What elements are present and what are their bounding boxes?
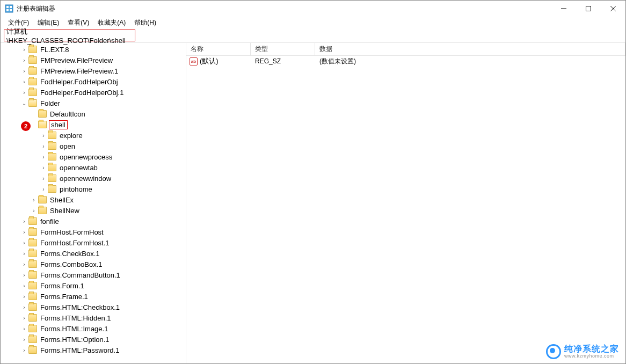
- chevron-right-icon[interactable]: ›: [39, 165, 48, 171]
- tree-item-label: ShellNew: [49, 207, 81, 215]
- chevron-right-icon[interactable]: ›: [20, 315, 28, 321]
- tree-item[interactable]: ›ShellEx: [1, 194, 186, 205]
- chevron-right-icon[interactable]: ›: [39, 176, 48, 181]
- folder-icon: [28, 250, 37, 257]
- tree-item[interactable]: ›Forms.CommandButton.1: [1, 270, 186, 280]
- chevron-right-icon[interactable]: ›: [20, 294, 28, 300]
- folder-icon: [28, 56, 37, 64]
- maximize-button[interactable]: [576, 1, 601, 17]
- tree-item[interactable]: ›Forms.HTML:Image.1: [1, 323, 186, 334]
- tree-item-label: opennewprocess: [59, 153, 113, 161]
- tree-item-label: Forms.HTML:Hidden.1: [39, 314, 112, 322]
- folder-icon: [38, 207, 47, 214]
- chevron-right-icon[interactable]: ›: [20, 304, 28, 310]
- tree-item-label: opennewtab: [59, 164, 99, 172]
- tree-item-label: DefaultIcon: [49, 110, 86, 118]
- chevron-right-icon[interactable]: ›: [20, 326, 28, 332]
- chevron-right-icon[interactable]: ›: [20, 90, 28, 96]
- tree-item[interactable]: ›FodHelper.FodHelperObj.1: [1, 87, 186, 98]
- chevron-right-icon[interactable]: ›: [20, 261, 28, 267]
- tree-item[interactable]: ›Forms.ComboBox.1: [1, 259, 186, 270]
- tree-item-label: open: [59, 142, 76, 150]
- chevron-right-icon[interactable]: ›: [20, 240, 28, 246]
- folder-icon: [38, 196, 47, 203]
- value-name: (默认): [200, 56, 219, 66]
- list-row[interactable]: ab(默认)REG_SZ(数值未设置): [186, 56, 625, 67]
- tree-item[interactable]: DefaultIcon: [1, 108, 186, 119]
- tree-item[interactable]: ›Forms.Frame.1: [1, 291, 186, 302]
- tree-item[interactable]: ›FormHost.FormHost.1: [1, 237, 186, 248]
- tree-item[interactable]: ›opennewtab: [1, 162, 186, 173]
- address-bar[interactable]: 计算机\HKEY_CLASSES_ROOT\Folder\shell: [4, 30, 135, 41]
- value-data: (数值未设置): [315, 57, 625, 66]
- chevron-right-icon[interactable]: ›: [39, 133, 48, 139]
- tree-item-label: Forms.HTML:Checkbox.1: [39, 303, 121, 311]
- annotation-badge-2: 2: [21, 121, 31, 131]
- tree-item[interactable]: ›explore: [1, 130, 186, 141]
- svg-rect-6: [586, 6, 591, 11]
- tree-item[interactable]: ›Forms.Form.1: [1, 280, 186, 291]
- chevron-right-icon[interactable]: ›: [20, 272, 28, 278]
- chevron-down-icon[interactable]: ⌄: [20, 100, 28, 106]
- chevron-right-icon[interactable]: ›: [20, 337, 28, 343]
- folder-icon: [28, 228, 37, 236]
- chevron-right-icon[interactable]: ›: [20, 229, 28, 235]
- close-button[interactable]: [601, 1, 625, 17]
- tree-item-label: Folder: [39, 99, 61, 107]
- watermark: 纯净系统之家 www.kzmyhome.com: [546, 344, 619, 359]
- tree-item[interactable]: ›Forms.HTML:Hidden.1: [1, 312, 186, 323]
- col-header-data[interactable]: 数据: [315, 43, 625, 55]
- tree-item[interactable]: ›FMPreview.FilePreview.1: [1, 65, 186, 76]
- tree-item-label: FormHost.FormHost.1: [39, 239, 111, 247]
- tree-item-label: Forms.Frame.1: [39, 293, 89, 301]
- chevron-right-icon[interactable]: ›: [20, 251, 28, 257]
- tree-item[interactable]: ›opennewprocess: [1, 151, 186, 162]
- tree-item-label: FL.EXT.8: [39, 46, 70, 54]
- tree-item[interactable]: ›opennewwindow: [1, 173, 186, 184]
- folder-icon: [28, 99, 37, 107]
- watermark-main: 纯净系统之家: [564, 344, 619, 354]
- tree-item[interactable]: ⌄Folder: [1, 98, 186, 108]
- tree-pane[interactable]: 2 ›FL.EXT.8›FMPreview.FilePreview›FMPrev…: [1, 43, 186, 363]
- chevron-right-icon[interactable]: ›: [39, 186, 48, 192]
- folder-icon: [28, 217, 37, 225]
- chevron-right-icon[interactable]: ›: [20, 47, 28, 53]
- folder-icon: [28, 325, 37, 332]
- watermark-sub: www.kzmyhome.com: [564, 354, 619, 359]
- menu-help[interactable]: 帮助(H): [130, 17, 161, 28]
- chevron-right-icon[interactable]: ›: [20, 68, 28, 74]
- tree-item-label: Forms.HTML:Image.1: [39, 325, 109, 333]
- chevron-right-icon[interactable]: ›: [39, 154, 48, 160]
- chevron-right-icon[interactable]: ›: [20, 219, 28, 224]
- minimize-button[interactable]: [551, 1, 576, 17]
- chevron-right-icon[interactable]: ›: [20, 79, 28, 85]
- chevron-right-icon[interactable]: ›: [20, 283, 28, 289]
- chevron-right-icon[interactable]: ›: [20, 347, 28, 353]
- tree-item[interactable]: ›FMPreview.FilePreview: [1, 55, 186, 65]
- folder-icon: [48, 164, 56, 171]
- regedit-icon: [5, 4, 13, 13]
- watermark-icon: [546, 344, 561, 359]
- chevron-right-icon[interactable]: ›: [20, 57, 28, 63]
- tree-item[interactable]: ›Forms.HTML:Password.1: [1, 345, 186, 355]
- tree-item[interactable]: ›Forms.CheckBox.1: [1, 248, 186, 259]
- tree-item[interactable]: ›open: [1, 141, 186, 151]
- tree-item[interactable]: ›fonfile: [1, 216, 186, 227]
- chevron-right-icon[interactable]: ›: [30, 197, 38, 203]
- tree-item[interactable]: ›FL.EXT.8: [1, 44, 186, 55]
- tree-item[interactable]: ›FormHost.FormHost: [1, 227, 186, 237]
- folder-icon: [48, 185, 56, 193]
- tree-item[interactable]: ›Forms.HTML:Checkbox.1: [1, 302, 186, 312]
- svg-rect-4: [10, 9, 12, 11]
- tree-item[interactable]: ›FodHelper.FodHelperObj: [1, 76, 186, 87]
- tree-item[interactable]: ›pintohome: [1, 184, 186, 194]
- tree-item[interactable]: ›Forms.HTML:Option.1: [1, 334, 186, 345]
- folder-icon: [28, 314, 37, 322]
- string-value-icon: ab: [190, 57, 198, 65]
- col-header-type[interactable]: 类型: [251, 43, 315, 55]
- tree-item[interactable]: ›ShellNew: [1, 205, 186, 216]
- col-header-name[interactable]: 名称: [186, 43, 251, 55]
- chevron-right-icon[interactable]: ›: [39, 143, 48, 149]
- folder-icon: [28, 282, 37, 289]
- chevron-right-icon[interactable]: ›: [30, 208, 38, 214]
